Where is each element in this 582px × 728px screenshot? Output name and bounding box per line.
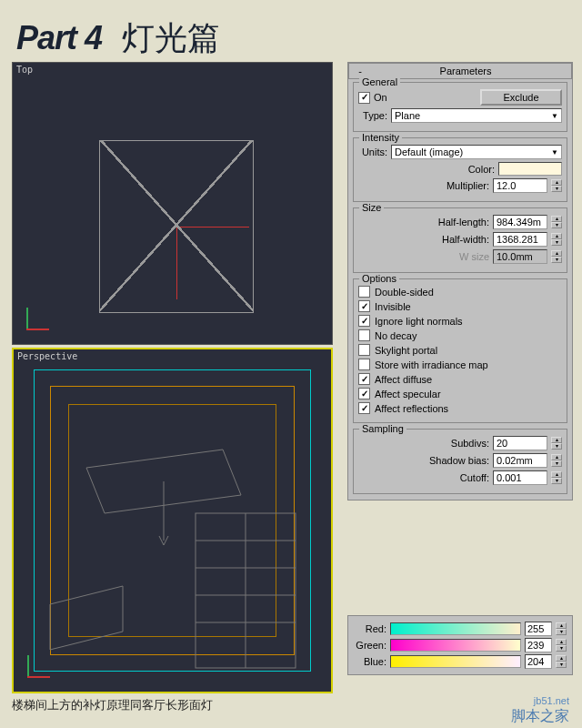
- option-store-with-irradiance-map: Store with irradiance map: [358, 359, 562, 370]
- option-double-sided: Double-sided: [358, 286, 562, 298]
- multiplier-label: Multiplier:: [447, 180, 489, 191]
- option-affect-specular: Affect specular: [358, 388, 562, 399]
- exclude-button[interactable]: Exclude: [480, 89, 562, 106]
- axis-indicator-persp: [27, 651, 55, 678]
- shadow-bias-label: Shadow bias:: [429, 455, 489, 466]
- general-group: General On Exclude Type: Plane▼: [353, 82, 567, 132]
- red-value[interactable]: 255: [525, 622, 552, 636]
- blue-spinner[interactable]: ▴▾: [556, 655, 567, 668]
- intensity-legend: Intensity: [359, 132, 402, 143]
- gizmo-y-axis: [176, 227, 177, 299]
- viewport-top[interactable]: Top: [12, 62, 333, 345]
- chevron-down-icon: ▼: [551, 148, 558, 157]
- heading-subtitle: 灯光篇: [122, 16, 220, 61]
- blue-label: Blue:: [354, 656, 386, 667]
- green-label: Green:: [354, 640, 386, 651]
- multiplier-input[interactable]: 12.0: [493, 178, 547, 193]
- units-select[interactable]: Default (image)▼: [391, 145, 562, 159]
- type-select[interactable]: Plane▼: [391, 108, 562, 123]
- half-width-spinner[interactable]: ▴▾: [551, 233, 562, 246]
- option-label: No decay: [375, 330, 416, 341]
- w-size-input: 10.0mm: [493, 249, 547, 264]
- rgb-panel: Red: 255 ▴▾ Green: 239 ▴▾ Blue: 204 ▴▾: [347, 615, 573, 675]
- parameters-panel: - Parameters General On Exclude Type: Pl…: [347, 62, 573, 500]
- options-group: Options Double-sidedInvisibleIgnore ligh…: [353, 278, 567, 423]
- half-length-label: Half-length:: [438, 217, 489, 228]
- option-label: Affect specular: [375, 389, 441, 399]
- red-spinner[interactable]: ▴▾: [556, 622, 567, 635]
- watermark: jb51.net 脚本之家: [511, 695, 569, 724]
- page-heading: Part 4 灯光篇: [16, 16, 220, 61]
- option-affect-reflections: Affect reflections: [358, 402, 562, 414]
- option-label: Invisible: [375, 301, 411, 312]
- intensity-group: Intensity Units: Default (image)▼ Color:…: [353, 137, 567, 202]
- option-checkbox[interactable]: [358, 388, 370, 399]
- option-invisible: Invisible: [358, 300, 562, 312]
- option-no-decay: No decay: [358, 329, 562, 341]
- w-size-label: W size: [459, 251, 489, 262]
- general-legend: General: [359, 76, 400, 87]
- option-affect-diffuse: Affect diffuse: [358, 373, 562, 385]
- blue-value[interactable]: 204: [525, 654, 552, 669]
- options-legend: Options: [359, 273, 399, 284]
- chevron-down-icon: ▼: [551, 112, 558, 120]
- rollout-title: Parameters: [366, 66, 566, 76]
- shadow-bias-input[interactable]: 0.02mm: [493, 453, 547, 468]
- cutoff-spinner[interactable]: ▴▾: [551, 471, 562, 484]
- option-label: Double-sided: [375, 287, 434, 298]
- option-skylight-portal: Skylight portal: [358, 344, 562, 356]
- viewport-top-label: Top: [16, 65, 33, 75]
- subdivs-spinner[interactable]: ▴▾: [551, 437, 562, 450]
- on-label: On: [374, 92, 387, 103]
- blue-slider[interactable]: [390, 655, 521, 668]
- option-label: Affect diffuse: [375, 374, 432, 385]
- subdivs-input[interactable]: 20: [493, 436, 547, 450]
- subdivs-label: Subdivs:: [451, 438, 489, 449]
- sampling-legend: Sampling: [359, 423, 406, 434]
- size-legend: Size: [359, 202, 384, 213]
- heading-part: Part 4: [16, 19, 102, 57]
- option-checkbox[interactable]: [358, 359, 370, 370]
- units-label: Units:: [358, 147, 387, 157]
- green-slider[interactable]: [390, 639, 521, 652]
- option-checkbox[interactable]: [358, 329, 370, 341]
- watermark-url: jb51.net: [511, 695, 569, 707]
- multiplier-spinner[interactable]: ▴▾: [551, 179, 562, 192]
- axis-indicator: [26, 303, 54, 330]
- half-length-spinner[interactable]: ▴▾: [551, 216, 562, 228]
- option-label: Store with irradiance map: [375, 359, 488, 370]
- green-value[interactable]: 239: [525, 638, 552, 652]
- caption-text: 楼梯间上方的补灯原理同客厅长形面灯: [12, 697, 213, 713]
- watermark-text: 脚本之家: [511, 707, 569, 724]
- half-length-input[interactable]: 984.349m: [493, 215, 547, 229]
- viewport-perspective[interactable]: Perspective: [12, 348, 333, 693]
- option-ignore-light-normals: Ignore light normals: [358, 315, 562, 327]
- red-slider[interactable]: [390, 622, 521, 635]
- option-label: Skylight portal: [375, 345, 437, 356]
- green-spinner[interactable]: ▴▾: [556, 639, 567, 652]
- wireframe-rect: [99, 140, 254, 313]
- cutoff-input[interactable]: 0.001: [493, 470, 547, 485]
- w-size-spinner: ▴▾: [551, 250, 562, 263]
- shadow-bias-spinner[interactable]: ▴▾: [551, 454, 562, 467]
- half-width-input[interactable]: 1368.281: [493, 232, 547, 247]
- option-checkbox[interactable]: [358, 373, 370, 385]
- rollout-toggle-icon[interactable]: -: [355, 66, 366, 76]
- type-label: Type:: [358, 110, 387, 121]
- option-label: Ignore light normals: [375, 316, 463, 327]
- red-label: Red:: [354, 623, 386, 634]
- option-checkbox[interactable]: [358, 315, 370, 327]
- color-swatch[interactable]: [498, 162, 562, 176]
- color-label: Color:: [468, 164, 495, 175]
- gizmo-x-axis: [176, 227, 249, 228]
- cutoff-label: Cutoff:: [460, 472, 489, 483]
- on-checkbox[interactable]: [358, 92, 370, 104]
- option-label: Affect reflections: [375, 403, 448, 414]
- half-width-label: Half-width:: [442, 234, 489, 245]
- option-checkbox[interactable]: [358, 402, 370, 414]
- perspective-wireframe: [14, 349, 331, 692]
- option-checkbox[interactable]: [358, 286, 370, 298]
- sampling-group: Sampling Subdivs: 20 ▴▾ Shadow bias: 0.0…: [353, 429, 567, 494]
- option-checkbox[interactable]: [358, 300, 370, 312]
- option-checkbox[interactable]: [358, 344, 370, 356]
